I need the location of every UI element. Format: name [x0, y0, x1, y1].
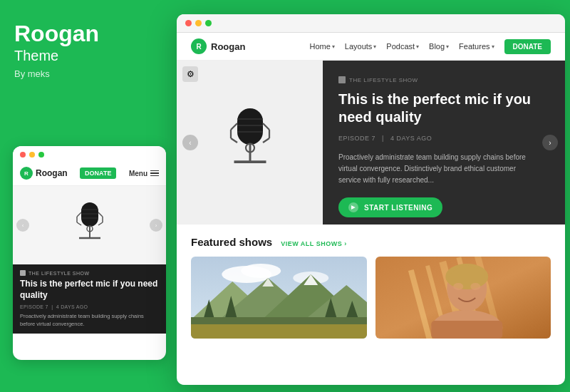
svg-line-12	[98, 222, 103, 225]
nav-features[interactable]: Features ▾	[459, 42, 494, 51]
show-icon	[338, 76, 346, 83]
browser-dot-green[interactable]	[205, 20, 212, 26]
mobile-content: THE LIFESTYLE SHOW This is the perfect m…	[13, 264, 166, 334]
mobile-dot-green	[38, 152, 44, 158]
svg-line-25	[263, 138, 269, 143]
brand-title: Roogan	[14, 21, 160, 46]
browser-dot-yellow[interactable]	[195, 20, 202, 26]
featured-header: Featured shows VIEW ALL SHOWS ›	[191, 236, 551, 248]
mobile-hero-image: ‹ ›	[13, 186, 166, 264]
mobile-description: Proactively administrate team building s…	[20, 313, 159, 328]
mobile-next-arrow[interactable]: ›	[150, 219, 162, 232]
nav-podcast-arrow: ▾	[416, 43, 419, 50]
listen-button[interactable]: ▶ START LISTENING	[338, 197, 442, 217]
svg-line-11	[77, 222, 81, 225]
mobile-top-bar	[13, 146, 166, 163]
featured-card-person[interactable]	[375, 257, 551, 339]
hero-meta: EPISODE 7 | 4 DAYS AGO	[338, 135, 549, 142]
browser-window: R Roogan Home ▾ Layouts ▾ Podcast ▾ Blog…	[177, 14, 565, 385]
brand-subtitle: Theme	[14, 48, 160, 64]
hero-next-arrow[interactable]: ›	[542, 135, 558, 150]
mobile-dot-red	[20, 152, 26, 158]
featured-section: Featured shows VIEW ALL SHOWS ›	[177, 225, 565, 350]
svg-point-50	[453, 283, 463, 290]
mobile-nav: R Roogan DONATE Menu	[13, 163, 166, 186]
svg-line-21	[263, 123, 269, 130]
nav-podcast[interactable]: Podcast ▾	[386, 42, 419, 51]
featured-card-mountains[interactable]	[191, 257, 367, 339]
mobile-mockup: R Roogan DONATE Menu	[13, 146, 166, 360]
site-header: R Roogan Home ▾ Layouts ▾ Podcast ▾ Blog…	[177, 33, 565, 61]
site-logo-icon: R	[191, 38, 207, 54]
hero-content: THE LIFESTYLE SHOW This is the perfect m…	[323, 61, 565, 225]
hero-show-label: THE LIFESTYLE SHOW	[338, 76, 549, 83]
svg-point-28	[241, 264, 281, 278]
svg-line-20	[231, 123, 237, 130]
svg-rect-53	[431, 321, 502, 339]
hero-section: ⚙ ‹ THE LIFESTYLE SHOW	[177, 61, 565, 225]
nav-blog-arrow: ▾	[446, 43, 449, 50]
hero-image: ⚙ ‹	[177, 61, 323, 225]
svg-point-51	[470, 283, 480, 290]
mobile-menu-label[interactable]: Menu	[129, 170, 147, 177]
mobile-logo-icon: R	[20, 167, 33, 180]
mobile-prev-arrow[interactable]: ‹	[16, 219, 29, 232]
view-all-link[interactable]: VIEW ALL SHOWS ›	[281, 240, 347, 247]
hero-description: Proactively administrate team building s…	[338, 152, 531, 186]
mountains-image	[191, 257, 367, 339]
hero-microphone-icon	[218, 100, 282, 185]
featured-grid	[191, 257, 551, 339]
svg-line-24	[231, 138, 237, 143]
nav-features-arrow: ▾	[492, 43, 494, 50]
nav-home[interactable]: Home ▾	[309, 42, 334, 51]
nav-home-arrow: ▾	[332, 43, 335, 50]
hero-prev-arrow[interactable]: ‹	[182, 135, 198, 150]
mobile-meta: EPISODE 7 | 4 DAYS AGO	[20, 304, 159, 309]
nav-layouts-arrow: ▾	[373, 43, 376, 50]
site-nav: Home ▾ Layouts ▾ Podcast ▾ Blog ▾ Featur…	[309, 39, 551, 54]
nav-layouts[interactable]: Layouts ▾	[345, 42, 377, 51]
svg-line-8	[98, 212, 103, 217]
browser-topbar	[177, 14, 565, 33]
brand-by: By meks	[14, 68, 160, 79]
left-panel: Roogan Theme By meks R Roogan DONATE Men…	[0, 0, 175, 392]
mobile-donate-button[interactable]: DONATE	[80, 167, 116, 179]
person-image	[375, 257, 551, 339]
site-logo: R Roogan	[191, 38, 245, 54]
mobile-show-label: THE LIFESTYLE SHOW	[20, 270, 159, 276]
svg-rect-0	[81, 202, 98, 227]
mobile-dot-yellow	[29, 152, 35, 158]
featured-title: Featured shows	[191, 236, 272, 248]
hero-title: This is the perfect mic if you need qual…	[338, 91, 549, 126]
mobile-headline: This is the perfect mic if you need qual…	[20, 279, 159, 301]
microphone-icon	[68, 197, 111, 254]
mobile-logo: R Roogan	[20, 167, 68, 180]
svg-rect-41	[191, 324, 367, 339]
settings-icon[interactable]: ⚙	[182, 66, 198, 82]
site-donate-button[interactable]: DONATE	[504, 39, 551, 54]
nav-blog[interactable]: Blog ▾	[429, 42, 449, 51]
browser-dot-red[interactable]	[185, 20, 192, 26]
svg-line-7	[77, 212, 81, 217]
mobile-hamburger-icon[interactable]	[150, 170, 159, 177]
svg-rect-13	[237, 108, 263, 145]
play-icon: ▶	[348, 202, 358, 212]
